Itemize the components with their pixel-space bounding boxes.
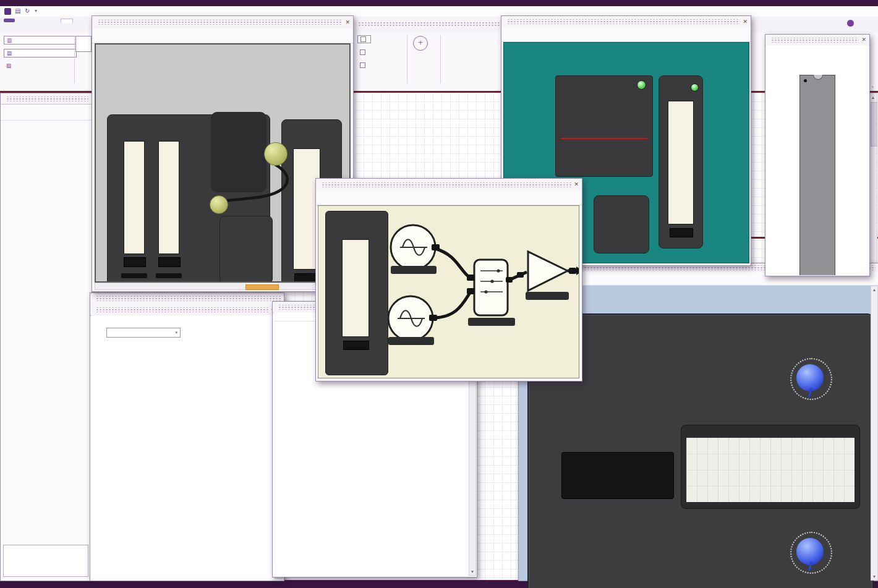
- dsp-mix-component[interactable]: [474, 260, 508, 315]
- wire-path[interactable]: [435, 249, 471, 278]
- mixer-knob-icon: [490, 279, 493, 283]
- ribbon-separator: [74, 35, 75, 83]
- toggle-icon: [360, 49, 365, 55]
- onewire-node-icon[interactable]: [264, 142, 288, 166]
- scroll-up-icon[interactable]: ▲: [869, 95, 877, 100]
- target-device-panel: ✕: [765, 34, 870, 276]
- inputs-header[interactable]: ✕: [92, 16, 353, 29]
- pot-knob[interactable]: [790, 358, 832, 400]
- toggle-icon: [360, 62, 365, 68]
- quick-access-chevron-icon[interactable]: ▾: [35, 8, 37, 14]
- project-explorer-panel: [0, 93, 92, 581]
- pwm-slider-scale[interactable]: [668, 101, 694, 224]
- tab-view[interactable]: [61, 19, 73, 23]
- dsp-gain-label: [526, 292, 569, 300]
- component-properties-button[interactable]: ▤: [4, 49, 77, 58]
- pwm-toolbar: [501, 27, 751, 42]
- lcd-module: [681, 425, 860, 509]
- view-mode-dropdown[interactable]: ▾: [106, 328, 181, 338]
- pwm-header[interactable]: ✕: [501, 16, 751, 28]
- ribbon-separator: [440, 35, 441, 83]
- seven-segment-display: [561, 452, 674, 499]
- close-icon[interactable]: ✕: [574, 182, 579, 187]
- ribbon-separator: [407, 35, 407, 83]
- header-dots: [322, 182, 571, 187]
- inputs-sensors-panel: ✕: [92, 15, 354, 292]
- header-dots: [358, 22, 501, 27]
- ribbon-expand-icon[interactable]: ›: [872, 84, 874, 90]
- scrollbar-thumb[interactable]: [871, 102, 877, 147]
- combo-scrollbar[interactable]: ▲▼: [871, 286, 878, 581]
- header-dots: [96, 307, 269, 312]
- project-explorer-toolbar: [1, 104, 92, 121]
- onewire-node-icon[interactable]: [210, 195, 228, 214]
- chip-pins: [766, 45, 869, 275]
- header-dots: [6, 96, 88, 101]
- voltage-slider[interactable]: [342, 239, 369, 337]
- outputs-toolbar: [316, 190, 582, 205]
- onewire-cable: [96, 45, 351, 283]
- undo-icon[interactable]: ↻: [25, 7, 30, 14]
- analog-watch-window: •✕ ▾ ▲: [90, 292, 284, 581]
- inputs-canvas[interactable]: [95, 43, 351, 283]
- close-icon[interactable]: ✕: [345, 20, 350, 25]
- tab-edit[interactable]: [35, 19, 46, 22]
- seven-segment-digits: [562, 453, 673, 498]
- outputs-canvas[interactable]: [318, 205, 579, 378]
- zoom-icon[interactable]: +: [413, 36, 428, 51]
- project-tree: [2, 122, 90, 540]
- screen: { "colors":{"accent":"#7a3f9d","ribbon_t…: [0, 0, 878, 588]
- analog-rows: [94, 342, 272, 577]
- temporary-window-header: [356, 19, 501, 29]
- flowcode19-header[interactable]: [90, 293, 284, 305]
- panel-icon: ▥: [7, 37, 12, 43]
- search-icon: ▧: [6, 62, 11, 69]
- target-device-toggle[interactable]: [357, 35, 371, 43]
- slider-led-icon: [691, 83, 699, 92]
- pwm-slider-value: [670, 228, 693, 237]
- close-icon[interactable]: ✕: [861, 37, 866, 43]
- outputs-header[interactable]: ✕: [316, 179, 582, 191]
- scroll-down-icon[interactable]: ▼: [469, 569, 475, 574]
- dac-value: [343, 341, 369, 350]
- tab-file[interactable]: [4, 19, 15, 22]
- scroll-down-icon[interactable]: ▼: [871, 574, 877, 579]
- ldr-knob[interactable]: [790, 532, 832, 574]
- scrollbar-thumb[interactable]: [245, 284, 279, 290]
- close-icon[interactable]: ✕: [743, 19, 748, 25]
- 2d-panels-icon[interactable]: [75, 36, 92, 52]
- find-replace-button[interactable]: ▧: [4, 62, 75, 69]
- mixer-knob-icon: [484, 290, 487, 293]
- dac-component[interactable]: [325, 211, 388, 375]
- dsp-wave1-label: [391, 266, 437, 274]
- pwm-slider-component[interactable]: [658, 75, 703, 249]
- project-explorer-button[interactable]: ▥: [4, 36, 77, 45]
- project-explorer-header[interactable]: [1, 93, 92, 104]
- desktop-top-strip: [0, 0, 878, 6]
- save-icon[interactable]: ▤: [15, 7, 20, 14]
- channel-led-icon: [637, 80, 646, 90]
- dsp-gain-component[interactable]: [528, 252, 568, 291]
- panel-icon: ▤: [7, 50, 12, 56]
- scroll-up-icon[interactable]: ▲: [871, 288, 877, 292]
- cable-arrow-icon: [576, 266, 579, 275]
- app-logo-icon: [4, 8, 11, 15]
- dsp-wave2-label: [388, 337, 434, 345]
- scope-trace: [561, 138, 647, 139]
- mixer-knob-icon: [497, 269, 500, 272]
- analog-window-header[interactable]: •✕: [90, 304, 284, 316]
- header-dots: [507, 19, 740, 24]
- wire-path[interactable]: [433, 292, 471, 318]
- change-history-toggle[interactable]: [357, 62, 370, 69]
- inputs-hscrollbar[interactable]: [95, 283, 351, 290]
- inputs-toolbar: [92, 28, 353, 43]
- map-function-box[interactable]: [594, 195, 649, 254]
- icon-lists-toggle[interactable]: [357, 49, 370, 56]
- wire-path[interactable]: [216, 164, 288, 204]
- dsp-mix-label: [468, 318, 515, 326]
- target-device-header[interactable]: ✕: [765, 35, 869, 46]
- help-icon[interactable]: [847, 20, 854, 27]
- chevron-down-icon: ▾: [175, 330, 177, 335]
- analog-content: ▾: [92, 315, 275, 579]
- pwm-channel-box[interactable]: [555, 75, 653, 177]
